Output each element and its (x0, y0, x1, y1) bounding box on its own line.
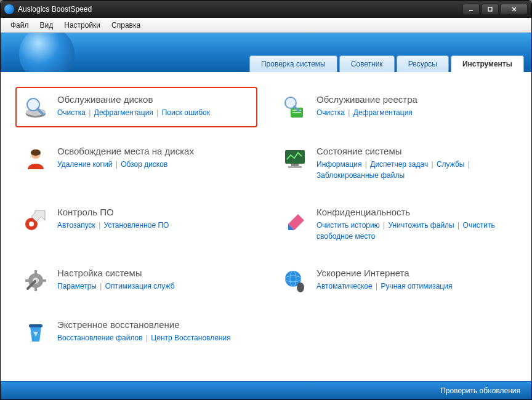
tool-emergency-recovery[interactable]: Экстренное восстановление Восстановление… (15, 312, 257, 353)
monitor-chart-icon (282, 146, 308, 172)
magnifier-disk-icon (23, 94, 49, 120)
tool-internet-boost[interactable]: Ускорение Интернета Автоматическое | Руч… (275, 260, 517, 301)
menu-bar: Файл Вид Настройки Справка (1, 18, 531, 33)
tool-link[interactable]: Установленное ПО (104, 221, 169, 230)
tool-disk-maintenance[interactable]: Обслуживание дисков Очистка | Дефрагмент… (15, 87, 257, 127)
svg-rect-22 (34, 270, 37, 274)
app-window: Auslogics BoostSpeed Файл Вид Настройки … (0, 0, 532, 400)
person-icon (23, 146, 49, 172)
tool-privacy[interactable]: Конфиденциальность Очистить историю | Ун… (275, 199, 517, 249)
separator: | (144, 334, 150, 342)
svg-rect-10 (292, 112, 301, 113)
separator: | (98, 282, 104, 290)
svg-point-19 (29, 222, 34, 226)
tool-link[interactable]: Очистка (316, 108, 345, 117)
svg-rect-23 (34, 287, 37, 291)
tool-links: Очистка | Дефрагментация | Поиск ошибок (57, 107, 250, 118)
separator: | (374, 282, 380, 290)
tool-title: Освобождение места на дисках (57, 146, 250, 156)
tab-system-check[interactable]: Проверка системы (249, 55, 337, 72)
tool-link[interactable]: Удаление копий (57, 160, 112, 169)
tab-resources[interactable]: Ресурсы (397, 55, 449, 72)
separator: | (346, 108, 352, 117)
tool-link[interactable]: Автоматическое (316, 282, 373, 290)
window-title: Auslogics BoostSpeed (18, 5, 462, 14)
menu-file[interactable]: Файл (6, 19, 34, 31)
tool-title: Обслуживание реестра (316, 94, 509, 105)
separator: | (155, 108, 161, 117)
separator: | (381, 221, 387, 230)
title-bar: Auslogics BoostSpeed (1, 1, 531, 18)
tool-link[interactable]: Дефрагментация (353, 108, 413, 117)
separator: | (465, 160, 469, 169)
svg-rect-1 (488, 7, 492, 11)
tool-link[interactable]: Параметры (57, 282, 97, 290)
tool-link[interactable]: Ручная оптимизация (381, 282, 452, 290)
tool-links: Параметры | Оптимизация служб (57, 281, 250, 292)
tool-software-control[interactable]: Контроль ПО Автозапуск | Установленное П… (15, 199, 257, 249)
tool-link[interactable]: Информация (316, 160, 361, 169)
tool-system-tweak[interactable]: Настройка системы Параметры | Оптимизаци… (15, 260, 257, 301)
close-button[interactable] (501, 4, 528, 15)
content-area: Обслуживание дисков Очистка | Дефрагмент… (1, 72, 531, 381)
tool-link[interactable]: Очистить историю (316, 221, 380, 230)
tool-links: Информация | Диспетчер задач | Службы | … (316, 159, 509, 181)
tool-free-space[interactable]: Освобождение места на дисках Удаление ко… (15, 138, 257, 188)
separator: | (97, 221, 103, 230)
separator: | (429, 160, 435, 169)
tool-link[interactable]: Обзор дисков (121, 160, 167, 169)
tool-link[interactable]: Восстановление файлов (57, 334, 143, 342)
globe-mouse-icon (282, 268, 308, 294)
status-bar: Проверить обновления (1, 381, 531, 399)
tool-links: Автозапуск | Установленное ПО (57, 220, 250, 231)
globe-icon (19, 33, 75, 72)
tool-link[interactable]: Поиск ошибок (162, 108, 210, 117)
tool-title: Ускорение Интернета (316, 268, 509, 278)
svg-rect-24 (25, 279, 29, 282)
tool-link[interactable]: Службы (437, 160, 464, 169)
separator: | (113, 160, 119, 169)
tool-link[interactable]: Дефрагментация (94, 108, 153, 117)
tool-title: Экстренное восстановление (57, 319, 250, 330)
tab-advisor[interactable]: Советник (339, 55, 395, 72)
svg-point-14 (31, 150, 41, 156)
svg-rect-31 (29, 324, 42, 327)
tool-link[interactable]: Оптимизация служб (105, 282, 175, 290)
tool-link[interactable]: Центр Восстановления (151, 334, 230, 342)
tool-link[interactable]: Диспетчер задач (370, 160, 428, 169)
check-updates-link[interactable]: Проверить обновления (440, 386, 520, 395)
menu-help[interactable]: Справка (107, 19, 145, 31)
tab-tools[interactable]: Инструменты (451, 55, 524, 72)
tool-title: Обслуживание дисков (57, 94, 250, 105)
app-icon (4, 4, 14, 14)
recycle-bin-icon (23, 319, 49, 345)
minimize-button[interactable] (462, 4, 480, 15)
tool-links: Очистка | Дефрагментация (316, 107, 509, 118)
separator: | (363, 160, 369, 169)
tool-links: Автоматическое | Ручная оптимизация (316, 281, 509, 292)
tab-strip: Проверка системы Советник Ресурсы Инстру… (249, 55, 524, 72)
svg-rect-25 (42, 279, 46, 282)
tool-links: Удаление копий | Обзор дисков (57, 159, 250, 170)
svg-rect-17 (288, 166, 302, 168)
gear-icon (23, 268, 49, 294)
tool-title: Конфиденциальность (316, 207, 509, 217)
magnifier-registry-icon (282, 94, 308, 120)
maximize-button[interactable] (482, 4, 499, 15)
tool-link[interactable]: Уничтожить файлы (388, 221, 454, 230)
tool-link[interactable]: Очистка (57, 108, 86, 117)
tool-link[interactable]: Автозапуск (57, 221, 95, 230)
tool-title: Состояние системы (316, 146, 509, 156)
tool-links: Очистить историю | Уничтожить файлы | Оч… (316, 220, 509, 242)
tool-links: Восстановление файлов | Центр Восстановл… (57, 332, 250, 343)
separator: | (87, 108, 93, 117)
eraser-icon (282, 207, 308, 233)
tool-system-state[interactable]: Состояние системы Информация | Диспетчер… (275, 138, 517, 188)
menu-view[interactable]: Вид (35, 19, 58, 31)
menu-settings[interactable]: Настройки (59, 19, 105, 31)
tool-link[interactable]: Заблокированные файлы (316, 171, 405, 180)
tools-grid: Обслуживание дисков Очистка | Дефрагмент… (15, 87, 517, 353)
tool-registry-maintenance[interactable]: Обслуживание реестра Очистка | Дефрагмен… (275, 87, 517, 127)
svg-rect-16 (291, 164, 299, 166)
svg-point-30 (297, 282, 304, 292)
